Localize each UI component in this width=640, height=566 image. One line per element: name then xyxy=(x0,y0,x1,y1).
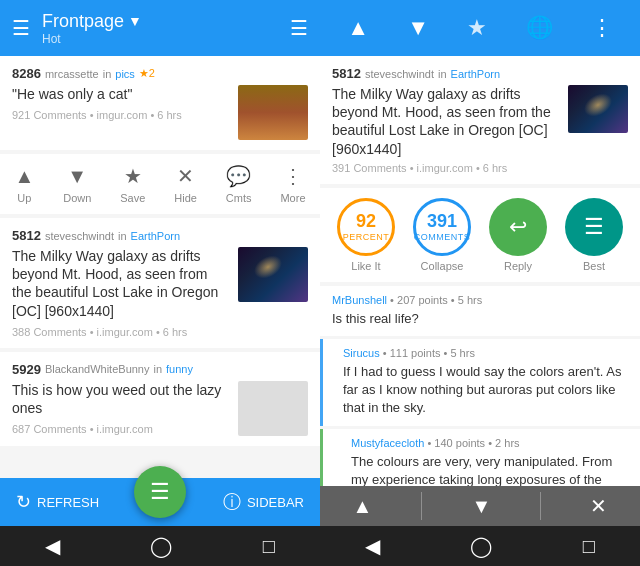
post-title-1: "He was only a cat" xyxy=(12,85,230,103)
post-body-3: This is how you weed out the lazy ones 6… xyxy=(12,381,308,436)
right-content: 5812 steveschwindt in EarthPorn The Milk… xyxy=(320,56,640,486)
downvote-button[interactable]: ▼ Down xyxy=(63,165,91,204)
best-button[interactable]: ☰ xyxy=(565,198,623,256)
menu-icon[interactable]: ☰ xyxy=(12,16,30,40)
detail-title: The Milky Way galaxy as drifts beyond Mt… xyxy=(332,85,560,158)
up-arrow-icon: ▲ xyxy=(14,165,34,188)
post-thumb-3 xyxy=(238,381,308,436)
post-card-3[interactable]: 5929 BlackandWhiteBunny in funny This is… xyxy=(0,352,320,446)
reply-icon: ↩ xyxy=(509,214,527,240)
sidebar-button[interactable]: ⓘ SIDEBAR xyxy=(223,490,304,514)
comment-meta-2: Sirucus • 111 points • 5 hrs xyxy=(343,347,628,359)
downvote-icon[interactable]: ▼ xyxy=(407,15,429,41)
post-thumb-2 xyxy=(238,247,308,302)
comment-1: MrBunshell • 207 points • 5 hrs Is this … xyxy=(320,286,640,336)
post-footer-3: 687 Comments • i.imgur.com xyxy=(12,423,230,435)
reply-section: ↩ Reply xyxy=(489,198,547,272)
refresh-button[interactable]: ↻ REFRESH xyxy=(16,491,99,513)
back-icon[interactable]: ◀ xyxy=(45,534,60,558)
upvote-icon[interactable]: ▲ xyxy=(347,15,369,41)
star-header-icon[interactable]: ★ xyxy=(467,15,487,41)
post-footer-1: 921 Comments • imgur.com • 6 hrs xyxy=(12,109,230,121)
reply-button[interactable]: ↩ xyxy=(489,198,547,256)
close-icon: ✕ xyxy=(177,164,194,188)
comment-text-1: Is this real life? xyxy=(332,310,628,328)
comment-text-2: If I had to guess I would say the colors… xyxy=(343,363,628,418)
left-nav-bar: ◀ ◯ □ xyxy=(0,526,320,566)
comment-3: Mustyfacecloth • 140 points • 2 hrs The … xyxy=(320,429,640,487)
filter-icon[interactable]: ☰ xyxy=(290,16,308,40)
detail-card: 5812 steveschwindt in EarthPorn The Milk… xyxy=(320,56,640,184)
right-panel: ▲ ▼ ★ 🌐 ⋮ 5812 steveschwindt in EarthPor… xyxy=(320,0,640,566)
detail-meta: 5812 steveschwindt in EarthPorn xyxy=(332,66,628,81)
overlay-bar: ▲ ▼ ✕ xyxy=(320,486,640,526)
right-header: ▲ ▼ ★ 🌐 ⋮ xyxy=(320,0,640,56)
divider-1 xyxy=(421,492,422,520)
post-meta-2: 5812 steveschwindt in EarthPorn xyxy=(12,228,308,243)
left-content: 8286 mrcassette in pics ★2 "He was only … xyxy=(0,56,320,478)
action-bar: ▲ Up ▼ Down ★ Save ✕ Hide 💬 Cmts ⋮ More xyxy=(0,154,320,214)
comments-button[interactable]: 💬 Cmts xyxy=(226,164,252,204)
post-body-2: The Milky Way galaxy as drifts beyond Mt… xyxy=(12,247,308,338)
post-card-2[interactable]: 5812 steveschwindt in EarthPorn The Milk… xyxy=(0,218,320,348)
post-footer-2: 388 Comments • i.imgur.com • 6 hrs xyxy=(12,326,230,338)
save-button[interactable]: ★ Save xyxy=(120,164,145,204)
post-card-1[interactable]: 8286 mrcassette in pics ★2 "He was only … xyxy=(0,56,320,150)
post-thumb-1 xyxy=(238,85,308,140)
like-it-section: 92 PERCENT Like It xyxy=(337,198,395,272)
star-icon: ★ xyxy=(124,164,142,188)
collapse-button[interactable]: 391 COMMENTS xyxy=(413,198,471,256)
right-back-icon[interactable]: ◀ xyxy=(365,534,380,558)
overlay-down-icon[interactable]: ▼ xyxy=(471,495,491,518)
more-button[interactable]: ⋮ More xyxy=(280,164,305,204)
vote-bar: 92 PERCENT Like It 391 COMMENTS Collapse… xyxy=(320,188,640,282)
right-nav-bar: ◀ ◯ □ xyxy=(320,526,640,566)
comment-2: Sirucus • 111 points • 5 hrs If I had to… xyxy=(320,339,640,426)
detail-thumb xyxy=(568,85,628,133)
left-header: ☰ Frontpage ▼ Hot ☰ xyxy=(0,0,320,56)
overlay-up-icon[interactable]: ▲ xyxy=(353,495,373,518)
right-recents-icon[interactable]: □ xyxy=(583,535,595,558)
post-meta-3: 5929 BlackandWhiteBunny in funny xyxy=(12,362,308,377)
sort-icon: ☰ xyxy=(150,479,170,505)
like-it-button[interactable]: 92 PERCENT xyxy=(337,198,395,256)
divider-2 xyxy=(540,492,541,520)
globe-icon[interactable]: 🌐 xyxy=(526,15,553,41)
post-meta-1: 8286 mrcassette in pics ★2 xyxy=(12,66,308,81)
app-title: Frontpage ▼ xyxy=(42,11,278,32)
post-title-3: This is how you weed out the lazy ones xyxy=(12,381,230,417)
overlay-close-icon[interactable]: ✕ xyxy=(590,494,607,518)
best-section: ☰ Best xyxy=(565,198,623,272)
refresh-icon: ↻ xyxy=(16,491,31,513)
info-icon: ⓘ xyxy=(223,490,241,514)
comment-meta-1: MrBunshell • 207 points • 5 hrs xyxy=(332,294,628,306)
chevron-down-icon[interactable]: ▼ xyxy=(128,13,142,29)
hide-button[interactable]: ✕ Hide xyxy=(174,164,197,204)
home-icon[interactable]: ◯ xyxy=(150,534,172,558)
fab-button[interactable]: ☰ xyxy=(134,466,186,518)
post-body-1: "He was only a cat" 921 Comments • imgur… xyxy=(12,85,308,140)
bottom-bar: ↻ REFRESH ☰ ⓘ SIDEBAR xyxy=(0,478,320,526)
more-icon: ⋮ xyxy=(283,164,303,188)
down-arrow-icon: ▼ xyxy=(67,165,87,188)
detail-footer: 391 Comments • i.imgur.com • 6 hrs xyxy=(332,162,560,174)
comment-meta-3: Mustyfacecloth • 140 points • 2 hrs xyxy=(351,437,628,449)
best-icon: ☰ xyxy=(584,214,604,240)
comments-icon: 💬 xyxy=(226,164,251,188)
header-subtitle: Hot xyxy=(42,32,278,46)
header-title-block: Frontpage ▼ Hot xyxy=(42,11,278,46)
upvote-button[interactable]: ▲ Up xyxy=(14,165,34,204)
left-panel: ☰ Frontpage ▼ Hot ☰ 8286 mrcassette in p… xyxy=(0,0,320,566)
detail-body: The Milky Way galaxy as drifts beyond Mt… xyxy=(332,85,628,174)
comment-text-3: The colours are very, very manipulated. … xyxy=(351,453,628,487)
right-home-icon[interactable]: ◯ xyxy=(470,534,492,558)
collapse-section: 391 COMMENTS Collapse xyxy=(413,198,471,272)
post-title-2: The Milky Way galaxy as drifts beyond Mt… xyxy=(12,247,230,320)
recents-icon[interactable]: □ xyxy=(263,535,275,558)
more-dots-icon[interactable]: ⋮ xyxy=(591,15,613,41)
